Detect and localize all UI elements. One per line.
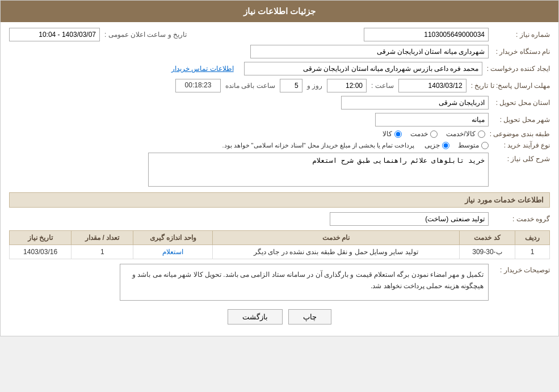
requester-input[interactable] bbox=[250, 45, 489, 58]
row-category: طبقه بندی موضوعی : کالا/خدمت خدمت کالا bbox=[9, 130, 550, 138]
radio-partial-item[interactable]: جزیی bbox=[424, 141, 449, 149]
countdown-display: 00:18:23 bbox=[175, 79, 221, 92]
deadline-days-input[interactable] bbox=[280, 79, 302, 92]
page-content: شماره نیاز : تاریخ و ساعت اعلان عمومی : … bbox=[1, 22, 558, 336]
purchase-type-radio-group: متوسط جزیی bbox=[424, 141, 489, 149]
col-date: تاریخ نیاز bbox=[10, 231, 72, 245]
cell-name: تولید سایر وسایل حمل و نقل طبقه بندی نشد… bbox=[213, 245, 460, 259]
cell-date: 1403/03/16 bbox=[10, 245, 72, 259]
service-group-input[interactable] bbox=[330, 212, 489, 226]
need-number-input[interactable] bbox=[364, 28, 489, 41]
category-label: طبقه بندی موضوعی : bbox=[490, 130, 550, 138]
col-row: ردیف bbox=[515, 231, 550, 245]
cell-code: ب-30-309 bbox=[459, 245, 515, 259]
table-row: 1 ب-30-309 تولید سایر وسایل حمل و نقل طب… bbox=[10, 245, 550, 259]
main-container: جزئیات اطلاعات نیاز شماره نیاز : تاریخ و… bbox=[0, 0, 559, 336]
purchase-type-label: نوع فرآیند خرید : bbox=[493, 141, 550, 149]
radio-partial-input[interactable] bbox=[442, 142, 449, 149]
cell-unit[interactable]: استعلام bbox=[133, 245, 213, 259]
cell-count: 1 bbox=[72, 245, 133, 259]
province-label: استان محل تحویل : bbox=[493, 99, 550, 107]
row-buyer-notes: توصیحات خریدار : تکمیل و مهر امضاء نمودن… bbox=[9, 264, 550, 301]
radio-goods-input[interactable] bbox=[394, 130, 402, 138]
row-province: استان محل تحویل : bbox=[9, 96, 550, 109]
row-service-group: گروه خدمت : bbox=[9, 212, 550, 226]
need-number-label: شماره نیاز : bbox=[493, 31, 550, 39]
header-title: جزئیات اطلاعات نیاز bbox=[243, 6, 316, 16]
row-city: شهر محل تحویل : bbox=[9, 113, 550, 127]
deadline-time-label: ساعت : bbox=[371, 82, 394, 90]
radio-service[interactable]: خدمت bbox=[410, 130, 438, 138]
radio-medium-input[interactable] bbox=[481, 142, 489, 149]
radio-goods-service[interactable]: کالا/خدمت bbox=[446, 130, 485, 138]
service-group-label: گروه خدمت : bbox=[493, 215, 550, 223]
col-name: نام خدمت bbox=[213, 231, 460, 245]
radio-goods[interactable]: کالا bbox=[383, 130, 402, 138]
row-need-desc: شرح کلی نیاز : bbox=[9, 153, 550, 187]
deadline-time-input[interactable] bbox=[327, 79, 367, 92]
creator-input[interactable] bbox=[244, 62, 482, 75]
page-header: جزئیات اطلاعات نیاز bbox=[1, 1, 558, 22]
buyer-notes-label: توصیحات خریدار : bbox=[493, 266, 550, 274]
category-radio-group: کالا/خدمت خدمت کالا bbox=[383, 130, 485, 138]
need-desc-textarea[interactable] bbox=[148, 153, 489, 187]
purchase-note: پرداخت تمام یا بخشی از مبلغ خریداز محل "… bbox=[222, 142, 414, 149]
deadline-remaining-label: ساعت باقی مانده bbox=[225, 82, 275, 90]
creator-label: ایجاد کننده درخواست : bbox=[487, 65, 550, 73]
row-purchase-type: نوع فرآیند خرید : متوسط جزیی پرداخت تمام… bbox=[9, 141, 550, 149]
requester-label: نام دستگاه خریدار : bbox=[493, 48, 550, 56]
announce-input[interactable] bbox=[9, 28, 100, 41]
province-input[interactable] bbox=[341, 96, 489, 109]
contact-link[interactable]: اطلاعات تماس خریدار bbox=[171, 65, 234, 73]
cell-row: 1 bbox=[515, 245, 550, 259]
city-input[interactable] bbox=[375, 113, 489, 127]
col-unit: واحد اندازه گیری bbox=[133, 231, 213, 245]
buttons-row: چاپ بازگشت bbox=[9, 309, 550, 324]
row-requester: نام دستگاه خریدار : bbox=[9, 45, 550, 58]
deadline-day-label: روز و bbox=[307, 82, 322, 90]
radio-medium-item[interactable]: متوسط bbox=[458, 141, 489, 149]
print-button[interactable]: چاپ bbox=[288, 309, 331, 324]
announce-label: تاریخ و ساعت اعلان عمومی : bbox=[104, 31, 187, 39]
services-section-header: اطلاعات خدمات مورد نیاز bbox=[9, 192, 550, 208]
services-table-container: ردیف کد خدمت نام خدمت واحد اندازه گیری ت… bbox=[9, 230, 550, 259]
buyer-notes-content: تکمیل و مهر امضاء نمودن برگه استعلام قیم… bbox=[120, 264, 489, 301]
row-creator: ایجاد کننده درخواست : اطلاعات تماس خریدا… bbox=[9, 62, 550, 75]
row-deadline: مهلت ارسال پاسخ: تا تاریخ : ساعت : روز و… bbox=[9, 79, 550, 92]
need-desc-label: شرح کلی نیاز : bbox=[493, 155, 550, 163]
col-code: کد خدمت bbox=[459, 231, 515, 245]
back-button[interactable]: بازگشت bbox=[228, 309, 283, 324]
radio-service-input[interactable] bbox=[430, 130, 438, 138]
deadline-label: مهلت ارسال پاسخ: تا تاریخ : bbox=[471, 82, 550, 90]
services-table: ردیف کد خدمت نام خدمت واحد اندازه گیری ت… bbox=[9, 230, 550, 259]
row-need-number: شماره نیاز : تاریخ و ساعت اعلان عمومی : bbox=[9, 28, 550, 41]
radio-goods-service-input[interactable] bbox=[478, 130, 485, 138]
city-label: شهر محل تحویل : bbox=[493, 116, 550, 124]
col-count: تعداد / مقدار bbox=[72, 231, 133, 245]
deadline-date-input[interactable] bbox=[398, 79, 466, 92]
